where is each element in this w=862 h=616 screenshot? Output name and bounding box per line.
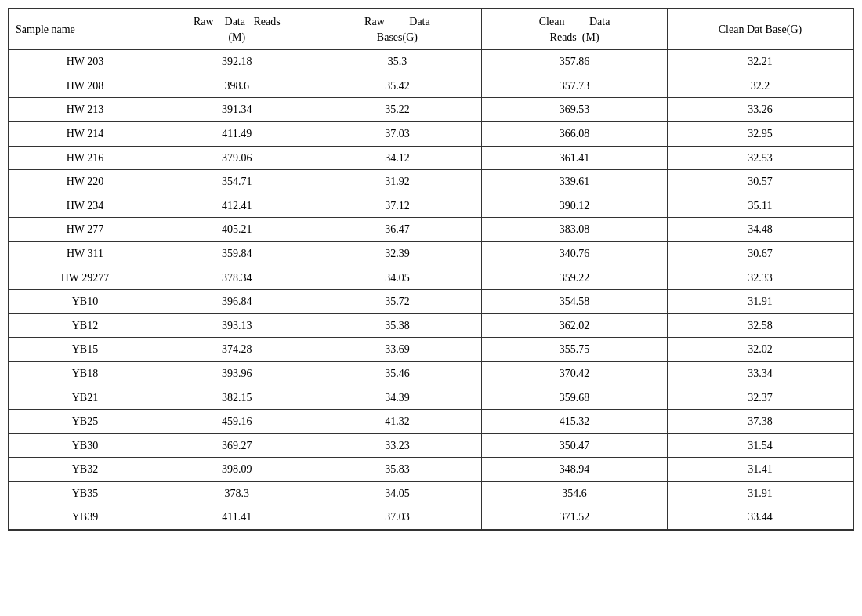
cell-raw-bases: 37.03 [313,505,481,530]
cell-clean-reads: 371.52 [482,505,668,530]
cell-sample: YB25 [9,410,161,434]
cell-raw-bases: 35.38 [313,313,481,338]
cell-raw-reads: 354.71 [161,170,313,194]
header-clean-reads: Clean DataReads (M) [482,9,668,50]
cell-raw-bases: 36.47 [313,218,481,242]
cell-clean-bases: 32.95 [668,121,853,146]
cell-clean-bases: 32.2 [668,74,853,98]
cell-sample: HW 29277 [9,266,161,290]
header-sample-name: Sample name [9,9,161,50]
cell-sample: YB39 [9,505,161,530]
table-row: YB30369.2733.23350.4731.54 [9,433,853,458]
cell-raw-bases: 31.92 [313,170,481,194]
cell-clean-reads: 359.68 [482,386,668,410]
cell-raw-bases: 33.23 [313,433,481,458]
cell-sample: HW 214 [9,121,161,146]
data-table: Sample name Raw Data Reads(M) Raw DataBa… [8,8,854,531]
cell-raw-reads: 382.15 [161,386,313,410]
cell-clean-bases: 32.37 [668,386,853,410]
cell-sample: YB21 [9,386,161,410]
cell-clean-reads: 354.6 [482,481,668,505]
cell-clean-bases: 37.38 [668,410,853,434]
cell-clean-bases: 33.44 [668,505,853,530]
cell-clean-bases: 32.02 [668,338,853,362]
cell-raw-reads: 378.3 [161,481,313,505]
table-row: HW 208398.635.42357.7332.2 [9,74,853,98]
cell-clean-reads: 350.47 [482,433,668,458]
cell-raw-reads: 359.84 [161,241,313,266]
cell-raw-bases: 35.22 [313,98,481,122]
cell-clean-reads: 359.22 [482,266,668,290]
cell-clean-reads: 370.42 [482,361,668,386]
table-row: YB32398.0935.83348.9431.41 [9,458,853,482]
header-clean-bases: Clean Dat Base(G) [668,9,853,50]
cell-raw-bases: 34.05 [313,481,481,505]
cell-clean-bases: 31.41 [668,458,853,482]
table-row: HW 311359.8432.39340.7630.67 [9,241,853,266]
cell-clean-bases: 33.34 [668,361,853,386]
table-row: HW 216379.0634.12361.4132.53 [9,146,853,170]
cell-raw-bases: 35.83 [313,458,481,482]
cell-clean-reads: 366.08 [482,121,668,146]
cell-raw-bases: 35.72 [313,290,481,314]
cell-clean-reads: 339.61 [482,170,668,194]
cell-raw-bases: 35.3 [313,50,481,74]
cell-raw-reads: 374.28 [161,338,313,362]
cell-raw-bases: 41.32 [313,410,481,434]
cell-raw-reads: 398.6 [161,74,313,98]
cell-sample: HW 208 [9,74,161,98]
cell-clean-reads: 354.58 [482,290,668,314]
cell-clean-reads: 361.41 [482,146,668,170]
cell-sample: HW 203 [9,50,161,74]
table-row: YB15374.2833.69355.7532.02 [9,338,853,362]
cell-clean-bases: 30.67 [668,241,853,266]
cell-sample: HW 213 [9,98,161,122]
table-row: HW 214411.4937.03366.0832.95 [9,121,853,146]
cell-sample: YB18 [9,361,161,386]
cell-sample: YB35 [9,481,161,505]
cell-clean-reads: 355.75 [482,338,668,362]
cell-sample: YB32 [9,458,161,482]
cell-raw-reads: 412.41 [161,194,313,218]
table-row: YB21382.1534.39359.6832.37 [9,386,853,410]
cell-raw-bases: 35.42 [313,74,481,98]
cell-sample: HW 311 [9,241,161,266]
cell-raw-bases: 34.12 [313,146,481,170]
table-row: HW 203392.1835.3357.8632.21 [9,50,853,74]
table-row: YB35378.334.05354.631.91 [9,481,853,505]
table-row: YB18393.9635.46370.4233.34 [9,361,853,386]
table-row: HW 234412.4137.12390.1235.11 [9,194,853,218]
table-row: YB10396.8435.72354.5831.91 [9,290,853,314]
cell-clean-reads: 348.94 [482,458,668,482]
cell-clean-bases: 31.91 [668,481,853,505]
cell-clean-bases: 32.53 [668,146,853,170]
cell-sample: YB12 [9,313,161,338]
cell-raw-bases: 34.05 [313,266,481,290]
cell-raw-bases: 35.46 [313,361,481,386]
cell-sample: HW 216 [9,146,161,170]
cell-raw-reads: 396.84 [161,290,313,314]
cell-raw-reads: 398.09 [161,458,313,482]
cell-clean-reads: 357.86 [482,50,668,74]
cell-raw-bases: 37.03 [313,121,481,146]
cell-raw-bases: 32.39 [313,241,481,266]
cell-raw-reads: 393.96 [161,361,313,386]
cell-raw-reads: 405.21 [161,218,313,242]
cell-sample: YB10 [9,290,161,314]
cell-raw-reads: 392.18 [161,50,313,74]
cell-raw-reads: 378.34 [161,266,313,290]
cell-raw-reads: 411.41 [161,505,313,530]
table-row: YB25459.1641.32415.3237.38 [9,410,853,434]
cell-raw-bases: 37.12 [313,194,481,218]
table-row: YB39411.4137.03371.5233.44 [9,505,853,530]
table-row: HW 29277378.3434.05359.2232.33 [9,266,853,290]
cell-clean-reads: 362.02 [482,313,668,338]
cell-raw-bases: 34.39 [313,386,481,410]
header-raw-reads: Raw Data Reads(M) [161,9,313,50]
cell-clean-bases: 34.48 [668,218,853,242]
cell-clean-reads: 383.08 [482,218,668,242]
cell-clean-reads: 390.12 [482,194,668,218]
cell-sample: HW 277 [9,218,161,242]
cell-sample: YB30 [9,433,161,458]
cell-clean-reads: 369.53 [482,98,668,122]
